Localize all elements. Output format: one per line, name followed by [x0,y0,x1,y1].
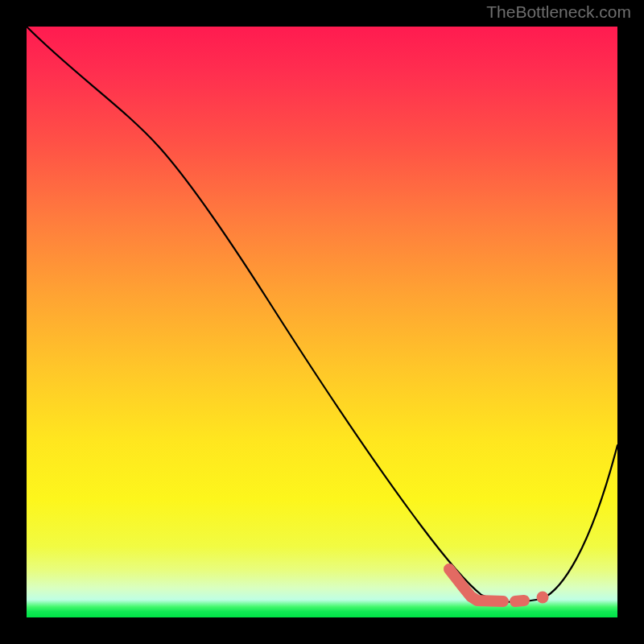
curve-layer [27,27,617,617]
optimal-dot-marker [537,592,549,604]
optimal-segment-marker [449,569,503,601]
watermark-text: TheBottleneck.com [486,2,631,22]
optimal-dash-marker [515,601,524,601]
chart-container: TheBottleneck.com [0,0,644,644]
bottleneck-curve [27,27,617,602]
plot-area [27,27,617,617]
